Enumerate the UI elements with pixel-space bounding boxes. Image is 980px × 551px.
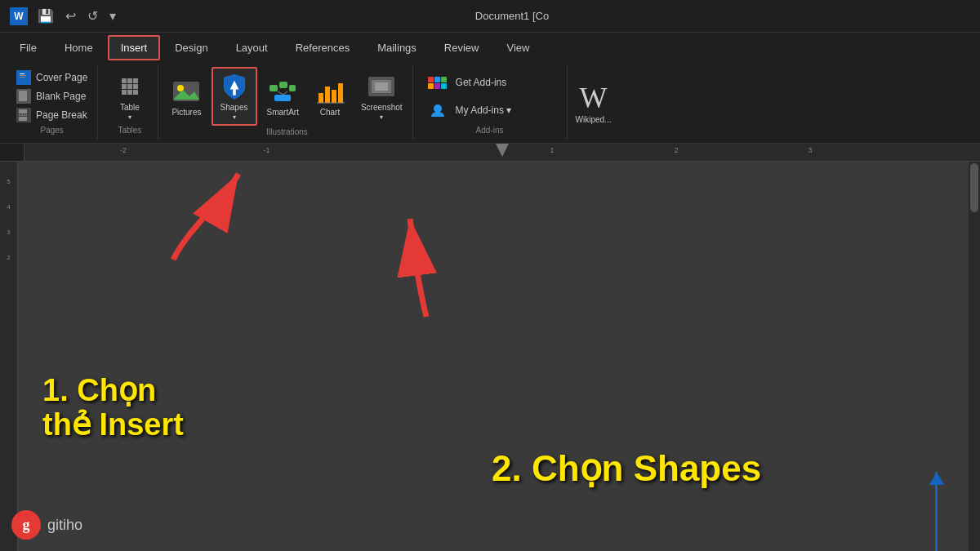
my-addins-button[interactable]: My Add-ins ▾: [423, 96, 557, 124]
svg-rect-14: [289, 85, 296, 91]
svg-rect-18: [318, 93, 323, 103]
redo-button[interactable]: ↺: [84, 7, 101, 25]
annotation-label-1: 1. Chọn thẻ Insert: [42, 374, 184, 442]
document-canvas: 1. Chọn thẻ Insert 2. Chọn Shapes: [18, 162, 980, 551]
vertical-ruler: 5 4 3 2: [0, 162, 18, 551]
store-grid-icon: [428, 77, 447, 89]
svg-line-16: [278, 91, 283, 95]
smartart-icon: [268, 77, 297, 106]
page-break-button[interactable]: Page Break: [13, 106, 91, 124]
v-ruler-mark-2: 2: [7, 254, 10, 261]
customize-qa-button[interactable]: ▾: [106, 7, 119, 25]
svg-marker-27: [496, 144, 509, 157]
illustrations-buttons: Pictures Shapes ▾: [165, 67, 408, 126]
ribbon-tabs: File Home Insert Design Layout Reference…: [0, 33, 980, 62]
tab-insert[interactable]: Insert: [108, 35, 161, 60]
tab-file[interactable]: File: [7, 35, 50, 60]
ruler-mark-minus2: -2: [120, 146, 127, 154]
shapes-label: Shapes: [220, 103, 248, 112]
svg-rect-3: [20, 77, 25, 78]
screenshot-button[interactable]: Screenshot ▾: [354, 67, 409, 126]
blue-arrow-up: [929, 472, 944, 485]
svg-rect-1: [20, 73, 24, 74]
ribbon-content: Cover Page Blank Page Page Break Pages: [0, 62, 980, 144]
tab-review[interactable]: Review: [431, 35, 492, 60]
document-area: 5 4 3 2: [0, 162, 980, 551]
my-addins-label: My Add-ins ▾: [456, 104, 512, 116]
annotation-label-2: 2. Chọn Shapes: [492, 447, 761, 489]
blank-page-button[interactable]: Blank Page: [13, 87, 91, 105]
tables-group: Table ▾ Tables: [101, 65, 158, 140]
screenshot-dropdown-icon: ▾: [380, 113, 383, 121]
chart-button[interactable]: Chart: [309, 67, 351, 126]
tab-layout[interactable]: Layout: [223, 35, 281, 60]
wikipedia-icon: W: [580, 81, 608, 115]
svg-point-26: [434, 104, 442, 113]
table-button[interactable]: Table ▾: [109, 69, 151, 124]
my-addins-icon: [426, 99, 449, 122]
document-title: Document1 [Co: [475, 10, 549, 22]
v-ruler-mark-3: 3: [7, 229, 10, 236]
v-ruler-mark-4: 4: [7, 203, 10, 211]
tab-design[interactable]: Design: [162, 35, 220, 60]
save-button[interactable]: 💾: [34, 7, 57, 25]
app-window: W 💾 ↩ ↺ ▾ Document1 [Co File Home Insert…: [0, 0, 980, 551]
ruler-mark-minus1: -1: [264, 146, 270, 154]
pages-group: Cover Page Blank Page Page Break Pages: [7, 65, 98, 140]
shapes-button[interactable]: Shapes ▾: [212, 67, 257, 126]
svg-rect-4: [19, 91, 27, 101]
tab-home[interactable]: Home: [51, 35, 106, 60]
wikipedia-label: Wikiped...: [576, 115, 612, 124]
page-break-icon: [16, 108, 31, 122]
title-bar-left: W 💾 ↩ ↺ ▾: [10, 7, 119, 25]
tab-mailings[interactable]: Mailings: [364, 35, 430, 60]
addins-group-label: Add-ins: [423, 124, 557, 136]
chart-label: Chart: [320, 108, 340, 117]
pictures-button[interactable]: Pictures: [165, 67, 207, 126]
gitiho-logo: g: [11, 510, 41, 540]
vertical-scrollbar[interactable]: [969, 162, 980, 551]
cover-page-icon: [16, 70, 31, 85]
svg-rect-15: [274, 95, 291, 101]
ruler-mark-1: 1: [550, 146, 555, 154]
red-arrow-to-shapes: [369, 211, 500, 325]
horizontal-ruler: -2 -1 1 2 3: [24, 144, 980, 161]
cover-page-button[interactable]: Cover Page: [13, 69, 91, 87]
table-label: Table: [120, 103, 140, 112]
shapes-icon: [220, 72, 249, 101]
word-icon: W: [10, 7, 28, 25]
quick-access-toolbar: 💾 ↩ ↺ ▾: [34, 7, 119, 25]
illustrations-group-label: Illustrations: [165, 126, 408, 138]
get-addins-button[interactable]: Get Add-ins: [423, 69, 557, 96]
blank-page-label: Blank Page: [36, 91, 86, 102]
screenshot-label: Screenshot: [361, 103, 403, 112]
get-addins-label: Get Add-ins: [456, 77, 507, 88]
svg-rect-20: [332, 90, 336, 103]
smartart-label: SmartArt: [267, 108, 299, 117]
wikipedia-button[interactable]: W Wikiped...: [567, 65, 615, 140]
gitiho-watermark: g gitiho: [11, 510, 82, 540]
illustrations-group: Pictures Shapes ▾: [162, 65, 412, 140]
table-grid-icon: [122, 78, 138, 95]
gitiho-text: gitiho: [47, 517, 82, 534]
tab-references[interactable]: References: [283, 35, 363, 60]
svg-rect-25: [375, 82, 388, 91]
annotation-label-1-line1: 1. Chọn: [42, 373, 156, 407]
tab-view[interactable]: View: [493, 35, 542, 60]
smartart-button[interactable]: SmartArt: [261, 67, 305, 126]
blank-page-icon: [16, 89, 31, 104]
svg-rect-19: [325, 87, 330, 103]
svg-rect-12: [270, 85, 278, 91]
svg-rect-13: [279, 82, 287, 88]
svg-rect-5: [19, 109, 27, 113]
undo-button[interactable]: ↩: [62, 7, 79, 25]
tables-group-label: Tables: [118, 124, 141, 136]
svg-line-17: [283, 91, 287, 95]
cover-page-label: Cover Page: [36, 72, 87, 83]
table-icon: [115, 72, 145, 101]
svg-rect-2: [20, 75, 26, 76]
horizontal-ruler-row: -2 -1 1 2 3: [0, 144, 980, 162]
scrollbar-thumb[interactable]: [970, 163, 978, 212]
shapes-dropdown-icon: ▾: [233, 113, 236, 121]
title-bar: W 💾 ↩ ↺ ▾ Document1 [Co: [0, 0, 980, 33]
